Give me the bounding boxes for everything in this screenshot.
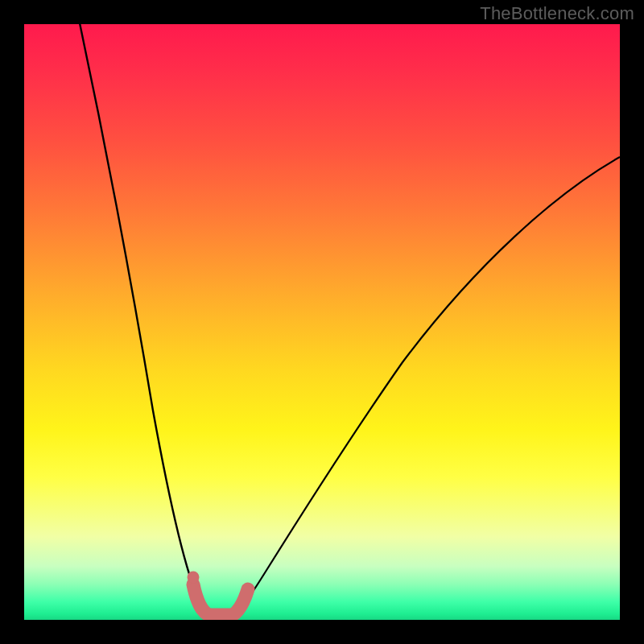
highlight-optimum-band: [193, 584, 248, 615]
curve-right-branch: [234, 157, 620, 616]
plot-area: [24, 24, 620, 620]
highlight-dot: [188, 572, 200, 584]
watermark-text: TheBottleneck.com: [480, 3, 634, 24]
chart-frame: TheBottleneck.com: [0, 0, 644, 644]
curve-layer: [24, 24, 620, 620]
curve-left-branch: [76, 24, 208, 616]
